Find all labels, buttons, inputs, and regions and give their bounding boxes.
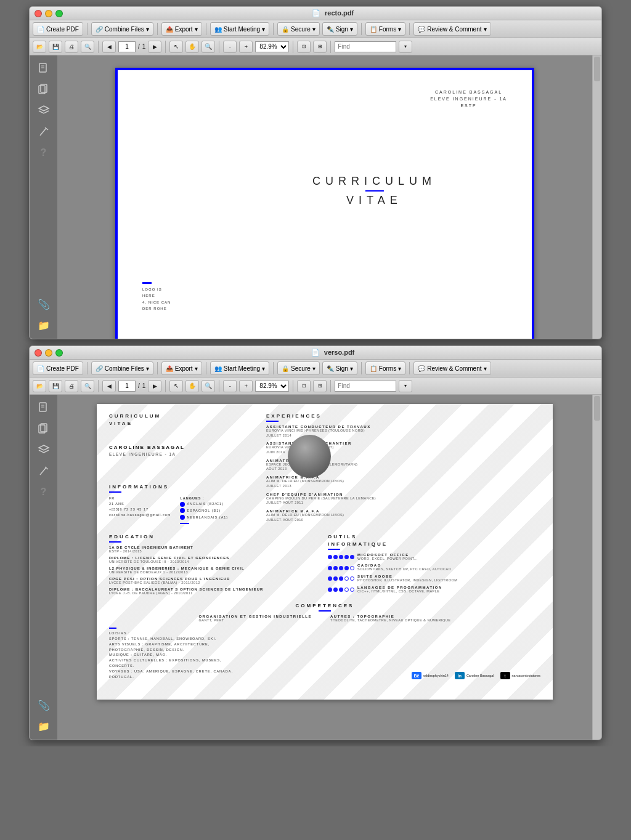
secure-button-verso[interactable]: 🔒 Secure ▾ [277,361,320,375]
next-page-button-verso[interactable]: ▶ [148,380,161,392]
cursor-tool[interactable]: ↖ [169,41,183,53]
separator [273,23,274,35]
document-panel-icon-verso[interactable] [35,400,52,417]
hand-tool-verso[interactable]: ✋ [185,380,199,392]
fit-width-verso[interactable]: ⊞ [313,380,327,392]
review-comment-button[interactable]: 💬 Review & Comment ▾ [413,22,491,36]
forms-icon: 📋 [370,26,377,33]
dots-2 [328,576,354,581]
cv-title-line1: CURRICULUM [109,413,257,419]
find-arrow-verso[interactable]: ▾ [399,380,412,392]
education-block: EDUCATION 1A DE CYCLE INGENIEUR BATIMENT… [109,534,319,598]
print-button-verso[interactable]: 🖨 [65,380,78,392]
combine-files-button-verso[interactable]: 🔗 Combine Files ▾ [91,361,153,375]
review-comment-button-verso[interactable]: 💬 Review & Comment ▾ [413,361,491,375]
separator [165,41,166,53]
scrollbar-recto[interactable] [592,55,601,339]
pages-panel-icon[interactable] [35,81,52,99]
cursor-tool-verso[interactable]: ↖ [169,380,183,392]
separator-v2 [157,362,158,374]
experiences-title: EXPERIENCES [266,413,540,419]
edit-panel-icon[interactable] [35,123,52,140]
layers-panel-icon[interactable] [35,102,52,119]
secure-button[interactable]: 🔒 Secure ▾ [277,22,320,36]
minimize-button[interactable] [45,10,52,17]
minimize-button-verso[interactable] [45,349,52,357]
create-pdf-button-verso[interactable]: 📄 Create PDF [33,361,83,375]
langue-entry-0: ANGLAIS (B2/C1) [180,501,228,507]
zoom-select[interactable]: 82.9% [255,41,289,52]
find-input-verso[interactable] [335,381,396,392]
review-icon: 💬 [418,26,425,33]
sign-button-verso[interactable]: ✒️ Sign ▾ [322,361,357,375]
zoom-tool[interactable]: 🔍 [202,41,215,53]
combine-files-button[interactable]: 🔗 Combine Files ▾ [91,22,153,36]
pdf-area-recto[interactable]: CAROLINE BASSAGAL ELEVE INGENIEURE - 1A … [57,55,592,339]
search-button[interactable]: 🔍 [81,41,94,53]
help-panel-icon[interactable]: ? [35,144,52,161]
find-input[interactable] [335,41,396,52]
save-button[interactable]: 💾 [49,41,62,53]
maximize-button-verso[interactable] [55,349,63,357]
fit-width[interactable]: ⊞ [313,41,327,53]
zoom-out-verso[interactable]: - [223,380,237,392]
export-button[interactable]: 📤 Export ▾ [161,22,202,36]
next-page-button[interactable]: ▶ [148,41,161,53]
help-panel-icon-verso[interactable]: ? [35,483,52,501]
document-panel-icon[interactable] [35,60,52,78]
edit-panel-icon-verso[interactable] [35,462,52,480]
signature-panel-icon-verso[interactable]: 📁 [35,717,52,735]
close-button[interactable] [35,10,42,17]
close-button-verso[interactable] [35,349,42,357]
page-separator-verso: / [138,382,140,389]
search-button-verso[interactable]: 🔍 [81,380,94,392]
recto-name-line3: ESTP [430,102,507,109]
attach-panel-icon[interactable]: 📎 [35,296,52,313]
pdf-area-verso[interactable]: CURRICULUM VITAE CAROLINE BASSAGAL ELEVE… [57,395,592,740]
page-number-input-verso[interactable] [118,381,136,392]
attach-panel-icon-verso[interactable]: 📎 [35,697,52,714]
dropdown-arrow-v5: ▾ [350,365,353,372]
save-button-verso[interactable]: 💾 [49,380,62,392]
separator-v3 [206,362,206,374]
langue-entry-2: NEERLANDAIS (A1) [180,515,228,520]
zoom-tool-verso[interactable]: 🔍 [202,380,215,392]
name-block: CAROLINE BASSAGAL ELEVE INGENIEURE - 1A [109,443,257,456]
zoom-select-verso[interactable]: 82.9% [255,381,289,392]
start-meeting-button[interactable]: 👥 Start Meeting ▾ [210,22,269,36]
sign-button[interactable]: ✒️ Sign ▾ [322,22,357,36]
open-folder-button-verso[interactable]: 📂 [33,380,46,392]
start-meeting-button-verso[interactable]: 👥 Start Meeting ▾ [210,361,269,375]
maximize-button[interactable] [55,10,63,17]
prev-page-button[interactable]: ◀ [102,41,116,53]
zoom-in-verso[interactable]: + [239,380,253,392]
signature-panel-icon[interactable]: 📁 [35,317,52,334]
export-button-verso[interactable]: 📤 Export ▾ [161,361,202,375]
profile-photo [288,435,331,478]
print-button[interactable]: 🖨 [65,41,78,53]
prev-page-button-verso[interactable]: ◀ [102,380,116,392]
forms-button-verso[interactable]: 📋 Forms ▾ [365,361,405,375]
fit-page[interactable]: ⊡ [297,41,311,53]
find-arrow[interactable]: ▾ [399,41,412,53]
forms-button[interactable]: 📋 Forms ▾ [365,22,405,36]
scrollbar-verso[interactable] [592,395,601,740]
separator-nav-verso3 [219,380,219,392]
dropdown-arrow-v: ▾ [146,365,149,372]
zoom-out[interactable]: - [223,41,237,53]
dots-3 [328,588,354,592]
layers-panel-icon-verso[interactable] [35,442,52,459]
outils-title2: INFORMATIQUE [328,541,540,547]
fit-page-verso[interactable]: ⊡ [297,380,311,392]
page-number-input[interactable]: 1 [118,41,136,52]
combine-icon-verso: 🔗 [96,365,103,372]
secure-icon: 🔒 [282,26,289,33]
hand-tool[interactable]: ✋ [185,41,199,53]
zoom-in[interactable]: + [239,41,253,53]
loisirs-blue-line [109,628,116,629]
open-folder-button[interactable]: 📂 [33,41,46,53]
create-pdf-button[interactable]: 📄 Create PDF [33,22,83,36]
outils-block: OUTILS INFORMATIQUE [328,534,540,598]
window-recto: 📄 recto.pdf 📄 Create PDF 🔗 Combine Files… [29,6,602,339]
pages-panel-icon-verso[interactable] [35,421,52,438]
